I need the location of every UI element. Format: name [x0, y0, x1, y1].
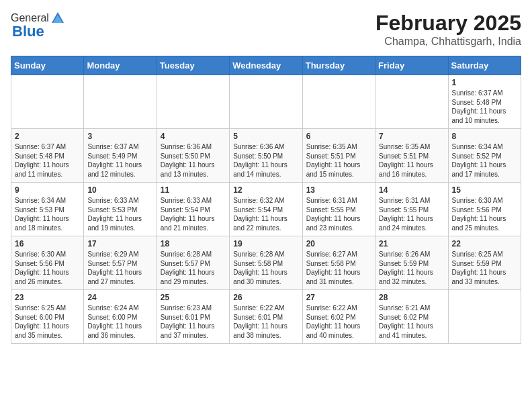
day-number: 9 — [15, 185, 80, 195]
calendar-cell: 17Sunrise: 6:29 AM Sunset: 5:57 PM Dayli… — [84, 236, 157, 290]
calendar-cell: 12Sunrise: 6:32 AM Sunset: 5:54 PM Dayli… — [230, 183, 302, 236]
calendar-week-row: 23Sunrise: 6:25 AM Sunset: 6:00 PM Dayli… — [11, 290, 521, 344]
calendar-cell: 18Sunrise: 6:28 AM Sunset: 5:57 PM Dayli… — [157, 236, 229, 290]
page-header: General Blue February 2025 Champa, Chhat… — [11, 11, 521, 48]
col-header-friday: Friday — [375, 56, 448, 75]
calendar-cell: 20Sunrise: 6:27 AM Sunset: 5:58 PM Dayli… — [302, 236, 375, 290]
day-number: 24 — [87, 293, 152, 302]
col-header-saturday: Saturday — [448, 56, 521, 75]
calendar-cell: 14Sunrise: 6:31 AM Sunset: 5:55 PM Dayli… — [375, 183, 448, 236]
col-header-sunday: Sunday — [11, 56, 84, 75]
calendar-cell: 26Sunrise: 6:22 AM Sunset: 6:01 PM Dayli… — [230, 290, 302, 344]
day-info: Sunrise: 6:26 AM Sunset: 5:59 PM Dayligh… — [379, 250, 444, 286]
day-number: 3 — [87, 132, 152, 141]
day-number: 19 — [233, 239, 298, 248]
month-year-title: February 2025 — [375, 11, 521, 36]
calendar-cell: 16Sunrise: 6:30 AM Sunset: 5:56 PM Dayli… — [11, 236, 84, 290]
day-info: Sunrise: 6:31 AM Sunset: 5:55 PM Dayligh… — [306, 196, 371, 232]
day-info: Sunrise: 6:35 AM Sunset: 5:51 PM Dayligh… — [379, 142, 444, 179]
calendar-cell: 15Sunrise: 6:30 AM Sunset: 5:56 PM Dayli… — [448, 183, 521, 236]
day-info: Sunrise: 6:29 AM Sunset: 5:57 PM Dayligh… — [87, 250, 152, 286]
day-number: 15 — [452, 185, 517, 195]
calendar-cell — [230, 75, 302, 129]
col-header-tuesday: Tuesday — [157, 56, 229, 75]
calendar-cell: 22Sunrise: 6:25 AM Sunset: 5:59 PM Dayli… — [448, 236, 521, 290]
day-info: Sunrise: 6:36 AM Sunset: 5:50 PM Dayligh… — [161, 142, 226, 179]
day-info: Sunrise: 6:33 AM Sunset: 5:53 PM Dayligh… — [87, 196, 152, 232]
col-header-monday: Monday — [84, 56, 157, 75]
day-number: 10 — [87, 185, 152, 195]
calendar-cell: 27Sunrise: 6:22 AM Sunset: 6:02 PM Dayli… — [302, 290, 375, 344]
calendar-cell: 4Sunrise: 6:36 AM Sunset: 5:50 PM Daylig… — [157, 129, 229, 183]
calendar-cell: 8Sunrise: 6:34 AM Sunset: 5:52 PM Daylig… — [448, 129, 521, 183]
col-header-wednesday: Wednesday — [230, 56, 302, 75]
day-number: 25 — [161, 293, 226, 302]
day-number: 7 — [379, 132, 444, 141]
calendar-cell: 3Sunrise: 6:37 AM Sunset: 5:49 PM Daylig… — [84, 129, 157, 183]
logo-icon — [50, 11, 65, 26]
calendar-cell: 19Sunrise: 6:28 AM Sunset: 5:58 PM Dayli… — [230, 236, 302, 290]
day-number: 18 — [161, 239, 226, 248]
day-info: Sunrise: 6:28 AM Sunset: 5:57 PM Dayligh… — [161, 250, 226, 286]
day-number: 13 — [306, 185, 371, 195]
day-info: Sunrise: 6:23 AM Sunset: 6:01 PM Dayligh… — [161, 304, 226, 340]
day-info: Sunrise: 6:21 AM Sunset: 6:02 PM Dayligh… — [379, 304, 444, 340]
day-info: Sunrise: 6:24 AM Sunset: 6:00 PM Dayligh… — [87, 304, 152, 340]
calendar-week-row: 2Sunrise: 6:37 AM Sunset: 5:48 PM Daylig… — [11, 129, 521, 183]
day-number: 21 — [379, 239, 444, 248]
day-number: 23 — [15, 293, 80, 302]
calendar-cell: 24Sunrise: 6:24 AM Sunset: 6:00 PM Dayli… — [84, 290, 157, 344]
calendar-week-row: 9Sunrise: 6:34 AM Sunset: 5:53 PM Daylig… — [11, 183, 521, 236]
day-info: Sunrise: 6:32 AM Sunset: 5:54 PM Dayligh… — [233, 196, 298, 232]
day-number: 22 — [452, 239, 517, 248]
day-info: Sunrise: 6:27 AM Sunset: 5:58 PM Dayligh… — [306, 250, 371, 286]
calendar-cell — [375, 75, 448, 129]
day-info: Sunrise: 6:36 AM Sunset: 5:50 PM Dayligh… — [233, 142, 298, 179]
logo-blue-text: Blue — [12, 23, 44, 40]
day-number: 27 — [306, 293, 371, 302]
day-number: 14 — [379, 185, 444, 195]
day-info: Sunrise: 6:37 AM Sunset: 5:48 PM Dayligh… — [452, 89, 517, 125]
logo: General Blue — [11, 11, 65, 40]
calendar-cell: 10Sunrise: 6:33 AM Sunset: 5:53 PM Dayli… — [84, 183, 157, 236]
day-info: Sunrise: 6:25 AM Sunset: 5:59 PM Dayligh… — [452, 250, 517, 286]
day-number: 8 — [452, 132, 517, 141]
location-subtitle: Champa, Chhattisgarh, India — [375, 36, 521, 48]
calendar-cell: 2Sunrise: 6:37 AM Sunset: 5:48 PM Daylig… — [11, 129, 84, 183]
calendar-cell — [302, 75, 375, 129]
calendar-cell: 28Sunrise: 6:21 AM Sunset: 6:02 PM Dayli… — [375, 290, 448, 344]
day-number: 5 — [233, 132, 298, 141]
calendar-cell: 6Sunrise: 6:35 AM Sunset: 5:51 PM Daylig… — [302, 129, 375, 183]
calendar-cell — [157, 75, 229, 129]
day-number: 2 — [15, 132, 80, 141]
calendar-table: SundayMondayTuesdayWednesdayThursdayFrid… — [11, 56, 521, 344]
calendar-cell: 9Sunrise: 6:34 AM Sunset: 5:53 PM Daylig… — [11, 183, 84, 236]
day-number: 11 — [161, 185, 226, 195]
day-number: 6 — [306, 132, 371, 141]
day-info: Sunrise: 6:35 AM Sunset: 5:51 PM Dayligh… — [306, 142, 371, 179]
calendar-cell: 11Sunrise: 6:33 AM Sunset: 5:54 PM Dayli… — [157, 183, 229, 236]
calendar-week-row: 1Sunrise: 6:37 AM Sunset: 5:48 PM Daylig… — [11, 75, 521, 129]
day-info: Sunrise: 6:30 AM Sunset: 5:56 PM Dayligh… — [15, 250, 80, 286]
calendar-cell — [84, 75, 157, 129]
calendar-cell: 13Sunrise: 6:31 AM Sunset: 5:55 PM Dayli… — [302, 183, 375, 236]
day-info: Sunrise: 6:28 AM Sunset: 5:58 PM Dayligh… — [233, 250, 298, 286]
day-number: 1 — [452, 78, 517, 87]
calendar-cell — [448, 290, 521, 344]
calendar-cell: 1Sunrise: 6:37 AM Sunset: 5:48 PM Daylig… — [448, 75, 521, 129]
day-info: Sunrise: 6:33 AM Sunset: 5:54 PM Dayligh… — [161, 196, 226, 232]
day-number: 4 — [161, 132, 226, 141]
day-number: 20 — [306, 239, 371, 248]
calendar-cell — [11, 75, 84, 129]
day-info: Sunrise: 6:34 AM Sunset: 5:52 PM Dayligh… — [452, 142, 517, 179]
day-info: Sunrise: 6:37 AM Sunset: 5:49 PM Dayligh… — [87, 142, 152, 179]
day-info: Sunrise: 6:22 AM Sunset: 6:01 PM Dayligh… — [233, 304, 298, 340]
day-number: 12 — [233, 185, 298, 195]
day-number: 26 — [233, 293, 298, 302]
title-block: February 2025 Champa, Chhattisgarh, Indi… — [375, 11, 521, 48]
day-info: Sunrise: 6:22 AM Sunset: 6:02 PM Dayligh… — [306, 304, 371, 340]
calendar-week-row: 16Sunrise: 6:30 AM Sunset: 5:56 PM Dayli… — [11, 236, 521, 290]
day-info: Sunrise: 6:37 AM Sunset: 5:48 PM Dayligh… — [15, 142, 80, 179]
day-number: 28 — [379, 293, 444, 302]
day-number: 17 — [87, 239, 152, 248]
